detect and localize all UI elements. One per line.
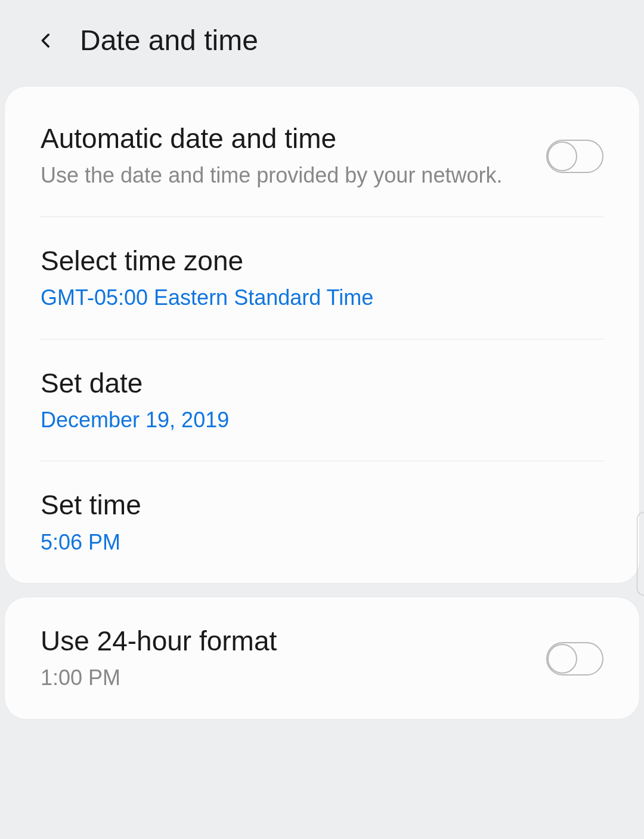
date-title: Set date [41, 367, 603, 400]
format24-row[interactable]: Use 24-hour format 1:00 PM [5, 597, 639, 719]
back-button[interactable] [36, 30, 56, 51]
time-row[interactable]: Set time 5:06 PM [5, 461, 639, 583]
date-content: Set date December 19, 2019 [41, 367, 603, 435]
format24-title: Use 24-hour format [41, 625, 528, 658]
date-row[interactable]: Set date December 19, 2019 [5, 340, 639, 461]
automatic-datetime-content: Automatic date and time Use the date and… [41, 122, 528, 190]
toggle-knob [547, 141, 577, 171]
page-title: Date and time [80, 24, 258, 57]
timezone-title: Select time zone [41, 245, 603, 277]
format-settings-card: Use 24-hour format 1:00 PM [5, 597, 639, 719]
chevron-left-icon [36, 30, 56, 51]
scroll-indicator[interactable] [637, 512, 644, 596]
automatic-datetime-toggle[interactable] [546, 140, 603, 173]
automatic-datetime-row[interactable]: Automatic date and time Use the date and… [5, 87, 639, 217]
date-value: December 19, 2019 [41, 406, 603, 435]
header: Date and time [0, 0, 644, 87]
timezone-content: Select time zone GMT-05:00 Eastern Stand… [41, 245, 603, 313]
automatic-datetime-title: Automatic date and time [41, 122, 522, 155]
toggle-knob [547, 644, 577, 674]
datetime-settings-card: Automatic date and time Use the date and… [5, 87, 639, 583]
time-title: Set time [41, 489, 603, 522]
timezone-value: GMT-05:00 Eastern Standard Time [41, 283, 603, 313]
format24-content: Use 24-hour format 1:00 PM [41, 625, 528, 693]
time-content: Set time 5:06 PM [41, 489, 603, 557]
time-value: 5:06 PM [41, 528, 603, 557]
format24-example: 1:00 PM [41, 664, 528, 693]
format24-toggle[interactable] [546, 642, 603, 675]
automatic-datetime-subtitle: Use the date and time provided by your n… [41, 161, 522, 190]
timezone-row[interactable]: Select time zone GMT-05:00 Eastern Stand… [5, 217, 639, 339]
